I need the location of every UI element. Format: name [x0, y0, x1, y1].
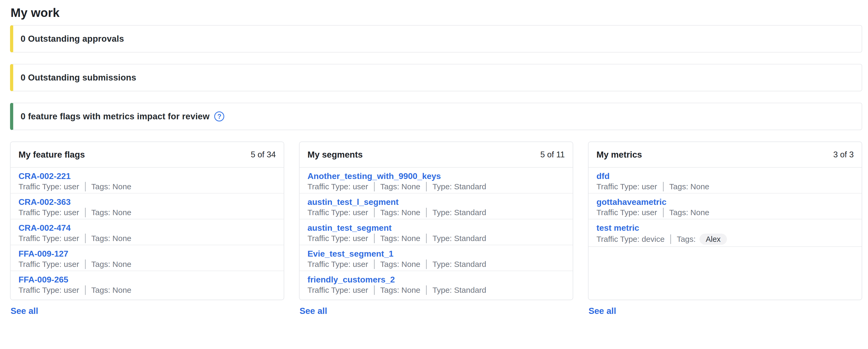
card: My feature flags 5 of 34 CRA-002-221 Tra… [10, 141, 284, 300]
alert-text: 0 feature flags with metrics impact for … [21, 112, 210, 121]
meta-separator [85, 182, 86, 191]
alert-text: 0 Outstanding submissions [21, 73, 136, 83]
page-title: My work [10, 5, 862, 20]
item-meta: Traffic Type: userTags: None [596, 208, 854, 217]
meta-text: Tags: None [380, 182, 421, 191]
item-meta: Traffic Type: userTags: NoneType: Standa… [307, 234, 565, 243]
meta-text: Tags: None [380, 208, 421, 217]
card-body: dfd Traffic Type: userTags: None gottaha… [589, 168, 862, 247]
item-link[interactable]: CRA-002-221 [19, 171, 70, 181]
list-item: dfd Traffic Type: userTags: None [589, 168, 862, 193]
meta-text: Traffic Type: user [596, 208, 657, 217]
alert-flags-metrics-impact: 0 feature flags with metrics impact for … [10, 103, 862, 130]
item-link[interactable]: friendly_customers_2 [307, 274, 395, 285]
my-work-page: My work 0 Outstanding approvals 0 Outsta… [0, 0, 868, 316]
card: My segments 5 of 11 Another_testing_with… [299, 141, 573, 300]
item-meta: Traffic Type: userTags: None [19, 285, 276, 295]
meta-text: Tags: None [380, 285, 421, 295]
alert-outstanding-submissions: 0 Outstanding submissions [10, 64, 862, 91]
card-count: 5 of 11 [540, 150, 565, 159]
meta-text: Traffic Type: user [307, 182, 368, 191]
list-item: austin_test_l_segment Traffic Type: user… [300, 193, 573, 219]
meta-separator [374, 182, 375, 191]
meta-text: Traffic Type: user [19, 234, 79, 243]
meta-text: Type: Standard [432, 182, 486, 191]
card-count: 5 of 34 [251, 150, 276, 159]
item-link[interactable]: FFA-009-127 [19, 248, 68, 259]
card-count: 3 of 3 [833, 150, 854, 159]
list-item: test metric Traffic Type: deviceTags:Ale… [589, 219, 862, 247]
item-link[interactable]: gottahaveametric [596, 197, 666, 207]
meta-text: Traffic Type: user [596, 182, 657, 191]
item-link[interactable]: dfd [596, 171, 610, 181]
list-item: Another_testing_with_9900_keys Traffic T… [300, 168, 573, 193]
meta-text: Type: Standard [432, 285, 486, 295]
item-meta: Traffic Type: deviceTags:Alex [596, 234, 854, 245]
meta-separator [426, 234, 427, 243]
meta-text: Traffic Type: user [307, 208, 368, 217]
item-meta: Traffic Type: userTags: None [596, 182, 854, 191]
meta-text: Traffic Type: user [19, 182, 79, 191]
meta-text: Tags: None [91, 182, 131, 191]
item-meta: Traffic Type: userTags: NoneType: Standa… [307, 208, 565, 217]
meta-separator [374, 285, 375, 295]
see-all-link[interactable]: See all [10, 306, 38, 316]
meta-text: Traffic Type: device [596, 234, 664, 244]
item-link[interactable]: Another_testing_with_9900_keys [307, 171, 441, 181]
card-column: My metrics 3 of 3 dfd Traffic Type: user… [588, 141, 862, 316]
meta-separator [426, 182, 427, 191]
item-link[interactable]: Evie_test_segment_1 [307, 248, 394, 259]
meta-separator [85, 208, 86, 217]
see-all-link[interactable]: See all [589, 306, 616, 316]
list-item: friendly_customers_2 Traffic Type: userT… [300, 271, 573, 299]
meta-text: Tags: None [669, 182, 710, 191]
meta-separator [663, 208, 663, 217]
list-item: FFA-009-127 Traffic Type: userTags: None [10, 245, 284, 271]
meta-text: Tags: None [380, 234, 421, 243]
list-item: Evie_test_segment_1 Traffic Type: userTa… [300, 245, 573, 271]
question-circle-icon[interactable]: ? [214, 112, 224, 121]
card-column: My feature flags 5 of 34 CRA-002-221 Tra… [10, 141, 284, 316]
item-meta: Traffic Type: userTags: None [19, 259, 276, 269]
item-link[interactable]: test metric [596, 223, 639, 233]
meta-separator [671, 234, 671, 244]
list-item: CRA-002-363 Traffic Type: userTags: None [10, 193, 284, 219]
item-meta: Traffic Type: userTags: NoneType: Standa… [307, 182, 565, 191]
card-header: My segments 5 of 11 [300, 142, 573, 168]
see-all-link[interactable]: See all [300, 306, 327, 316]
meta-text: Traffic Type: user [307, 285, 368, 295]
card-title: My feature flags [19, 150, 85, 160]
meta-text: Traffic Type: user [19, 208, 79, 217]
list-item: austin_test_segment Traffic Type: userTa… [300, 219, 573, 245]
item-link[interactable]: CRA-002-474 [19, 223, 70, 233]
list-item: gottahaveametric Traffic Type: userTags:… [589, 193, 862, 219]
cards-row: My feature flags 5 of 34 CRA-002-221 Tra… [10, 141, 862, 316]
meta-text: Type: Standard [432, 259, 486, 269]
meta-separator [374, 259, 375, 269]
meta-separator [426, 208, 427, 217]
card-header: My metrics 3 of 3 [589, 142, 862, 168]
meta-separator [426, 259, 427, 269]
meta-text: Type: Standard [432, 208, 486, 217]
alert-outstanding-approvals: 0 Outstanding approvals [10, 25, 862, 53]
meta-text: Tags: None [380, 259, 421, 269]
alert-text: 0 Outstanding approvals [21, 34, 124, 44]
meta-text: Traffic Type: user [307, 234, 368, 243]
meta-separator [85, 259, 86, 269]
meta-text: Tags: None [91, 234, 131, 243]
meta-separator [663, 182, 663, 191]
card-title: My metrics [596, 150, 642, 160]
meta-text: Type: Standard [432, 234, 486, 243]
card-title: My segments [307, 150, 363, 160]
card-header: My feature flags 5 of 34 [10, 142, 284, 168]
item-link[interactable]: CRA-002-363 [19, 197, 70, 207]
meta-separator [426, 285, 427, 295]
item-link[interactable]: austin_test_segment [307, 223, 392, 233]
meta-text: Traffic Type: user [19, 285, 79, 295]
item-meta: Traffic Type: userTags: None [19, 208, 276, 217]
item-link[interactable]: FFA-009-265 [19, 274, 68, 285]
item-meta: Traffic Type: userTags: None [19, 182, 276, 191]
list-item: CRA-002-221 Traffic Type: userTags: None [10, 168, 284, 193]
meta-text: Tags: None [91, 259, 131, 269]
item-link[interactable]: austin_test_l_segment [307, 197, 399, 207]
